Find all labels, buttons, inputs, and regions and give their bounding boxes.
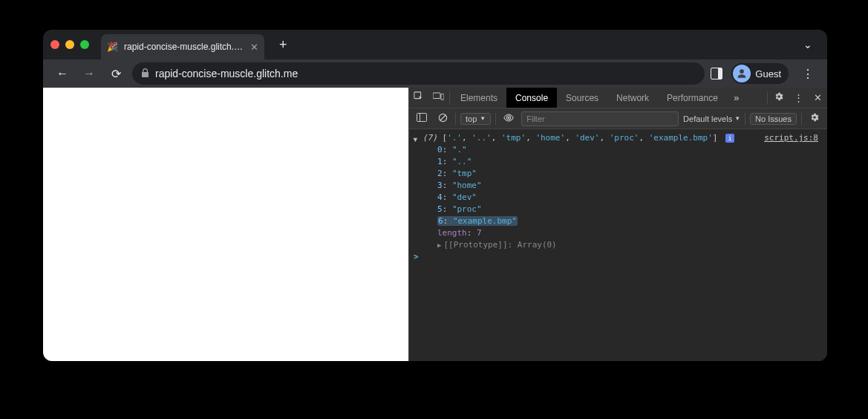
toolbar-right: Guest ⋮ <box>711 63 818 84</box>
devtools-menu-icon[interactable]: ⋮ <box>789 92 808 103</box>
svg-line-6 <box>440 114 445 120</box>
omnibox[interactable]: rapid-concise-muscle.glitch.me <box>132 62 705 85</box>
traffic-lights <box>50 40 89 49</box>
tab-title: rapid-concise-muscle.glitch.me <box>124 42 244 52</box>
devtools-tab-elements[interactable]: Elements <box>451 88 506 108</box>
prototype-row[interactable]: ▶[[Prototype]]: Array(0) <box>409 239 827 251</box>
array-entry-row[interactable]: 6: "example.bmp" <box>409 215 827 227</box>
toggle-sidebar-icon[interactable] <box>414 113 430 124</box>
profile-chip[interactable]: Guest <box>731 63 789 84</box>
live-expression-icon[interactable] <box>500 114 517 124</box>
tab-overflow-button[interactable]: ⌄ <box>803 39 812 51</box>
log-levels-selector[interactable]: Default levels ▼ <box>683 114 740 123</box>
lock-icon <box>141 68 149 79</box>
reload-button[interactable]: ⟳ <box>105 67 126 81</box>
devtools-tab-bar: ElementsConsoleSourcesNetworkPerformance… <box>409 88 827 108</box>
address-bar: ← → ⟳ rapid-concise-muscle.glitch.me Gue… <box>43 59 827 88</box>
more-tabs-icon[interactable]: » <box>727 92 746 103</box>
devtools-tab-console[interactable]: Console <box>506 88 557 108</box>
source-link[interactable]: script.js:8 <box>764 132 821 144</box>
svg-rect-3 <box>417 114 427 122</box>
back-button[interactable]: ← <box>52 67 73 80</box>
forward-button[interactable]: → <box>79 67 99 80</box>
array-entry-row[interactable]: 3: "home" <box>409 180 827 192</box>
console-message[interactable]: ▶ (7) ['.', '..', 'tmp', 'home', 'dev', … <box>409 132 827 144</box>
chevron-down-icon: ▼ <box>734 115 740 122</box>
tab-strip: 🎉 rapid-concise-muscle.glitch.me ✕ + ⌄ <box>43 30 827 59</box>
device-toolbar-icon[interactable] <box>428 92 448 103</box>
devtools-tab-performance[interactable]: Performance <box>658 88 727 108</box>
content-area: ElementsConsoleSourcesNetworkPerformance… <box>43 88 827 361</box>
console-body[interactable]: ▶ (7) ['.', '..', 'tmp', 'home', 'dev', … <box>409 129 827 361</box>
clear-console-icon[interactable] <box>434 113 451 125</box>
svg-rect-2 <box>440 94 443 100</box>
devtools-tab-network[interactable]: Network <box>607 88 658 108</box>
filter-input[interactable] <box>521 111 679 126</box>
avatar-icon <box>733 65 751 82</box>
devtools-settings-icon[interactable] <box>769 91 789 104</box>
console-toolbar: top ▼ Default levels ▼ No Issues <box>409 108 827 129</box>
maximize-window-button[interactable] <box>80 40 89 49</box>
browser-tab[interactable]: 🎉 rapid-concise-muscle.glitch.me ✕ <box>101 34 264 59</box>
console-settings-icon[interactable] <box>806 112 823 125</box>
minimize-window-button[interactable] <box>65 40 74 49</box>
tab-favicon-icon: 🎉 <box>107 42 118 52</box>
devtools-close-icon[interactable]: ✕ <box>808 92 827 103</box>
profile-label: Guest <box>755 68 781 79</box>
close-tab-icon[interactable]: ✕ <box>250 42 258 53</box>
disclosure-triangle-icon[interactable]: ▶ <box>437 239 441 251</box>
svg-rect-1 <box>433 93 440 99</box>
devtools-tab-sources[interactable]: Sources <box>557 88 607 108</box>
array-entry-row[interactable]: 0: "." <box>409 144 827 156</box>
info-icon[interactable]: i <box>725 134 734 143</box>
issues-button[interactable]: No Issues <box>750 113 797 125</box>
chrome-menu-icon[interactable]: ⋮ <box>797 67 818 81</box>
array-entry-row[interactable]: 1: ".." <box>409 156 827 168</box>
inspect-element-icon[interactable] <box>409 91 428 104</box>
devtools-panel: ElementsConsoleSourcesNetworkPerformance… <box>408 88 827 361</box>
array-entry-row[interactable]: 4: "dev" <box>409 192 827 204</box>
url-text: rapid-concise-muscle.glitch.me <box>155 68 298 79</box>
array-summary: (7) ['.', '..', 'tmp', 'home', 'dev', 'p… <box>422 132 734 144</box>
side-panel-icon[interactable] <box>711 68 722 79</box>
array-entry-row[interactable]: 5: "proc" <box>409 204 827 215</box>
context-label: top <box>466 114 477 123</box>
console-prompt[interactable]: > <box>409 251 827 263</box>
array-entry-row[interactable]: 2: "tmp" <box>409 168 827 180</box>
browser-window: 🎉 rapid-concise-muscle.glitch.me ✕ + ⌄ ←… <box>43 30 827 361</box>
page-viewport[interactable] <box>43 88 408 361</box>
new-tab-button[interactable]: + <box>273 34 293 56</box>
disclosure-triangle-icon[interactable]: ▶ <box>410 138 422 142</box>
context-selector[interactable]: top ▼ <box>460 113 491 125</box>
close-window-button[interactable] <box>50 40 59 49</box>
array-length-row: length: 7 <box>409 227 827 239</box>
svg-point-7 <box>508 117 510 119</box>
chevron-down-icon: ▼ <box>480 115 486 122</box>
